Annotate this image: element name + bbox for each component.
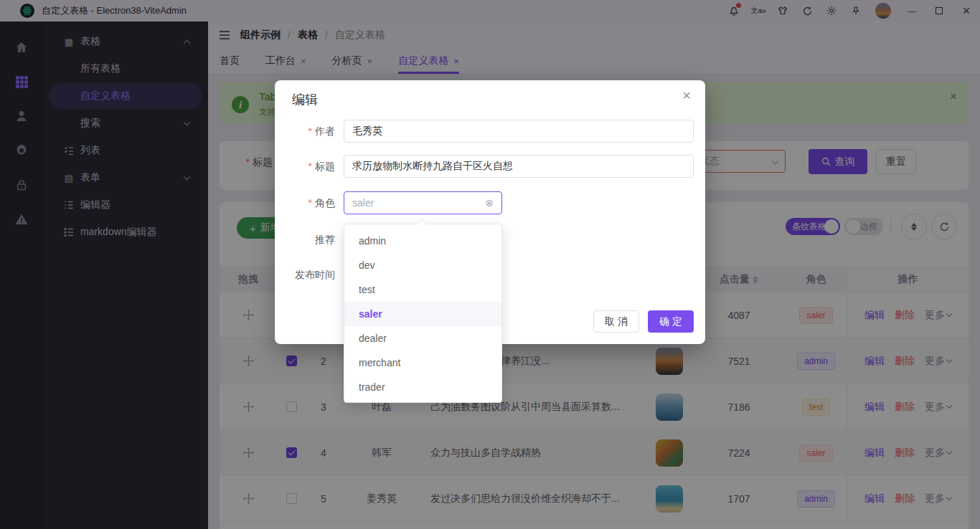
role-option-merchant[interactable]: merchant bbox=[344, 351, 501, 375]
cancel-button-label: 取 消 bbox=[605, 315, 628, 328]
author-field-row: 作者 毛秀英 bbox=[275, 120, 705, 143]
role-select[interactable]: saler bbox=[344, 191, 502, 214]
role-option-dev[interactable]: dev bbox=[344, 253, 501, 277]
role-dropdown: admin dev test saler dealer merchant tra… bbox=[344, 224, 502, 403]
app-window: 自定义表格 - Electron38-ViteAdmin 文/En bbox=[0, 0, 980, 529]
cancel-button[interactable]: 取 消 bbox=[593, 310, 639, 333]
dialog-close-icon[interactable] bbox=[682, 87, 691, 104]
author-input[interactable]: 毛秀英 bbox=[344, 120, 694, 143]
title-input[interactable]: 求历放物制水断持九路自干区火自想 bbox=[344, 155, 694, 178]
author-label: 作者 bbox=[275, 120, 335, 143]
role-label: 角色 bbox=[275, 191, 335, 214]
role-option-test[interactable]: test bbox=[344, 277, 501, 302]
role-select-value: saler bbox=[352, 197, 374, 209]
role-option-trader[interactable]: trader bbox=[344, 375, 501, 399]
recommend-label: 推荐 bbox=[275, 228, 335, 251]
publish-time-label: 发布时间 bbox=[275, 263, 335, 286]
dialog-title: 编辑 bbox=[292, 91, 318, 108]
confirm-button-label: 确 定 bbox=[659, 315, 682, 328]
role-field-row: 角色 saler bbox=[275, 191, 705, 214]
title-label: 标题 bbox=[275, 155, 335, 178]
role-option-saler[interactable]: saler bbox=[344, 302, 501, 326]
role-option-admin[interactable]: admin bbox=[344, 229, 501, 253]
title-field-row: 标题 求历放物制水断持九路自干区火自想 bbox=[275, 155, 705, 178]
confirm-button[interactable]: 确 定 bbox=[648, 310, 694, 333]
role-option-dealer[interactable]: dealer bbox=[344, 326, 501, 351]
clear-icon[interactable] bbox=[485, 197, 494, 209]
